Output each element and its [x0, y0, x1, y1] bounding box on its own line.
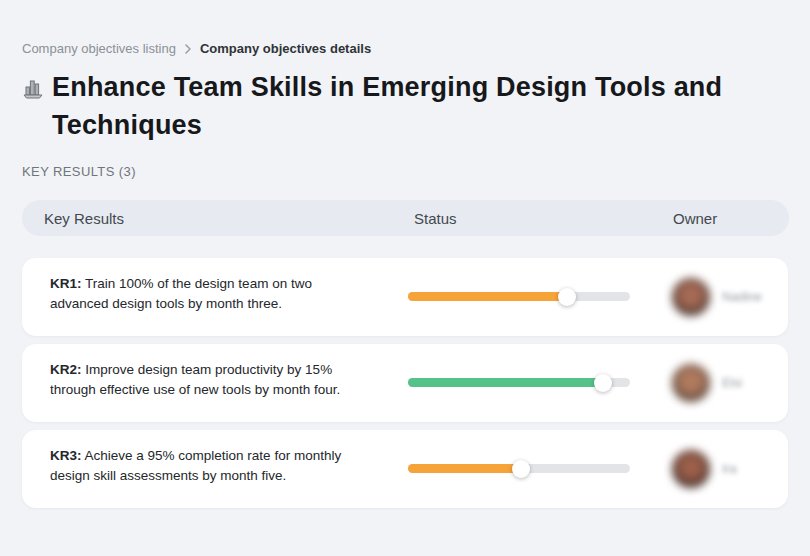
kr2-description: KR2: Improve design team productivity by…	[50, 360, 368, 400]
bar-chart-building-icon	[22, 78, 46, 100]
kr3-owner-avatar	[672, 450, 710, 488]
kr3-text: Achieve a 95% completion rate for monthl…	[50, 448, 341, 483]
kr2-owner-cell: Elsi	[672, 364, 742, 402]
kr1-label: KR1:	[50, 276, 82, 291]
kr1-text: Train 100% of the design team on two adv…	[50, 276, 312, 311]
title-block: Enhance Team Skills in Emerging Design T…	[22, 68, 762, 144]
kr1-progress-bar	[408, 292, 630, 301]
kr3-progress-thumb[interactable]	[512, 460, 530, 478]
kr2-text: Improve design team productivity by 15% …	[50, 362, 340, 397]
breadcrumb-company-objectives-listing[interactable]: Company objectives listing	[22, 41, 176, 56]
table-row-kr1[interactable]: KR1: Train 100% of the design team on tw…	[22, 258, 788, 336]
breadcrumb: Company objectives listing Company objec…	[22, 41, 371, 56]
kr3-progress-bar	[408, 464, 630, 473]
column-header-status: Status	[414, 210, 457, 227]
kr1-owner-name: Nadine	[722, 290, 762, 304]
breadcrumb-company-objectives-details: Company objectives details	[200, 41, 371, 56]
table-header: Key Results Status Owner	[22, 200, 789, 236]
kr2-label: KR2:	[50, 362, 82, 377]
kr3-description: KR3: Achieve a 95% completion rate for m…	[50, 446, 368, 486]
kr1-description: KR1: Train 100% of the design team on tw…	[50, 274, 368, 314]
kr3-progress-fill	[408, 464, 526, 473]
column-header-key-results: Key Results	[44, 210, 124, 227]
objective-details-page: Company objectives listing Company objec…	[0, 0, 810, 556]
kr3-owner-cell: Ira	[672, 450, 737, 488]
kr2-progress-fill	[408, 378, 608, 387]
kr3-owner-name: Ira	[722, 462, 737, 476]
kr2-progress-thumb[interactable]	[594, 374, 612, 392]
table-row-kr2[interactable]: KR2: Improve design team productivity by…	[22, 344, 788, 422]
kr2-owner-name: Elsi	[722, 376, 742, 390]
kr2-progress-bar	[408, 378, 630, 387]
kr3-label: KR3:	[50, 448, 82, 463]
kr1-owner-avatar	[672, 278, 710, 316]
kr1-owner-cell: Nadine	[672, 278, 762, 316]
key-results-section-label: KEY RESULTS (3)	[22, 164, 136, 179]
page-title: Enhance Team Skills in Emerging Design T…	[52, 68, 727, 144]
chevron-right-icon	[184, 44, 192, 54]
kr1-progress-fill	[408, 292, 572, 301]
column-header-owner: Owner	[673, 210, 717, 227]
kr1-progress-thumb[interactable]	[558, 288, 576, 306]
table-row-kr3[interactable]: KR3: Achieve a 95% completion rate for m…	[22, 430, 788, 508]
kr2-owner-avatar	[672, 364, 710, 402]
